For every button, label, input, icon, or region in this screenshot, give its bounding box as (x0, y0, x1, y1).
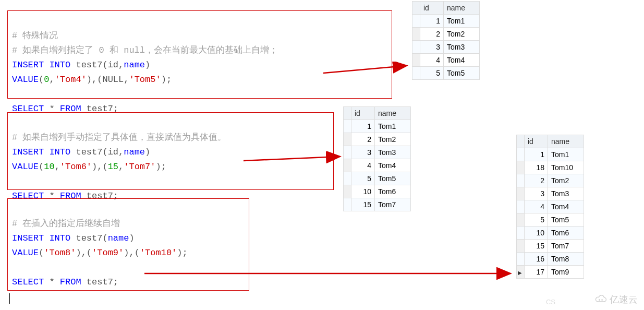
hash: # (12, 45, 17, 55)
cell-name: Tom5 (375, 172, 411, 185)
paren: ) (129, 233, 134, 243)
row-marker-header (344, 107, 351, 120)
str: 'Tom10' (140, 248, 177, 258)
row-marker-header (412, 2, 420, 15)
table-header: id name (344, 107, 411, 120)
table-row: 15Tom7 (517, 240, 584, 253)
col-id: id (525, 135, 548, 148)
col-name: name (444, 2, 480, 15)
cell-name: Tom2 (548, 174, 584, 187)
cell-name: Tom3 (375, 146, 411, 159)
cell-id: 3 (420, 41, 444, 54)
table-row: 4Tom4 (412, 54, 480, 67)
paren: ); (177, 248, 187, 258)
paren: ) (145, 60, 150, 70)
str: 'Tom4' (55, 75, 87, 85)
cell-name: Tom10 (548, 161, 584, 174)
paren: ( (39, 75, 44, 85)
row-marker (344, 133, 351, 146)
str: 'Tom5' (129, 75, 161, 85)
result-table-2: id name 1Tom12Tom23Tom34Tom45Tom510Tom61… (343, 106, 411, 211)
table-row: 18Tom10 (517, 161, 584, 174)
kw-name: name (108, 233, 129, 243)
cell-name: Tom2 (444, 28, 480, 41)
cell-id: 5 (420, 67, 444, 80)
hash: # (12, 31, 17, 41)
table-row: 16Tom8 (517, 253, 584, 266)
kw-into: INTO (44, 233, 70, 243)
table-row: 2Tom2 (344, 133, 411, 146)
num: 0 (44, 75, 49, 85)
row-marker (412, 67, 420, 80)
table-row: 2Tom2 (517, 174, 584, 187)
ident: test7( (70, 233, 107, 243)
paren: ),( (87, 75, 103, 85)
comment-text: 特殊情况 (17, 31, 58, 41)
comma: , (55, 162, 60, 172)
paren: ),( (76, 248, 92, 258)
result-table-1: id name 1Tom12Tom23Tom34Tom45Tom5 (412, 1, 480, 80)
paren: ) (145, 147, 150, 157)
cell-name: Tom7 (375, 198, 411, 211)
result-table-3: id name 1Tom118Tom102Tom23Tom34Tom45Tom5… (516, 135, 584, 279)
cell-id: 2 (420, 28, 444, 41)
str: 'Tom8' (44, 248, 76, 258)
cell-id: 4 (525, 200, 548, 213)
comment-text: 如果自增列指定了 0 和 null，会在当前最大值的基础上自增； (17, 45, 278, 55)
row-marker (517, 213, 525, 226)
kw-into: INTO (44, 147, 70, 157)
comma: , (49, 75, 54, 85)
row-marker (517, 148, 525, 161)
kw-insert: INSERT (12, 147, 44, 157)
cell-id: 1 (525, 148, 548, 161)
table-row: 5Tom5 (344, 172, 411, 185)
cell-id: 5 (525, 213, 548, 226)
paren: ( (39, 162, 44, 172)
cell-id: 10 (525, 226, 548, 240)
table-row: 3Tom3 (344, 146, 411, 159)
table-row: 1Tom1 (344, 120, 411, 133)
table-row: 1Tom1 (412, 15, 480, 28)
cell-name: Tom3 (444, 41, 480, 54)
row-marker (517, 161, 525, 174)
null: NULL (102, 75, 124, 85)
row-marker (517, 200, 525, 213)
row-marker (344, 198, 351, 211)
code-block-3: # 在插入的指定后继续自增 INSERT INTO test7(name) VA… (7, 198, 249, 291)
kw-value: VALUE (12, 248, 39, 258)
num: 10 (44, 162, 54, 172)
str: 'Tom7' (124, 162, 155, 172)
comment-text: 如果自增列手动指定了具体值，直接赋值为具体值。 (17, 133, 226, 142)
row-marker (517, 174, 525, 187)
paren: ); (155, 162, 166, 172)
table-header: id name (412, 2, 480, 15)
cell-name: Tom1 (444, 15, 480, 28)
cell-name: Tom4 (548, 200, 584, 213)
col-name: name (375, 107, 411, 120)
row-marker (517, 226, 525, 240)
cell-name: Tom6 (548, 226, 584, 240)
cell-name: Tom4 (444, 54, 480, 67)
kw-insert: INSERT (12, 233, 44, 243)
row-marker (344, 146, 351, 159)
cell-id: 16 (525, 253, 548, 266)
kw-select: SELECT (12, 277, 44, 287)
cell-id: 15 (351, 198, 375, 211)
cell-name: Tom6 (375, 185, 411, 198)
row-marker (412, 28, 420, 41)
cell-name: Tom5 (548, 213, 584, 226)
cell-id: 1 (420, 15, 444, 28)
cell-id: 2 (351, 133, 375, 146)
table-row: 5Tom5 (412, 67, 480, 80)
svg-point-7 (601, 299, 603, 301)
row-marker (412, 41, 420, 54)
table-row: 4Tom4 (344, 159, 411, 172)
table-row: 1Tom1 (517, 148, 584, 161)
cell-name: Tom1 (548, 148, 584, 161)
hash: # (12, 133, 17, 142)
str: 'Tom9' (92, 248, 124, 258)
cell-id: 18 (525, 161, 548, 174)
table-row: 4Tom4 (517, 200, 584, 213)
ident: test7; (81, 277, 118, 287)
row-marker (412, 15, 420, 28)
